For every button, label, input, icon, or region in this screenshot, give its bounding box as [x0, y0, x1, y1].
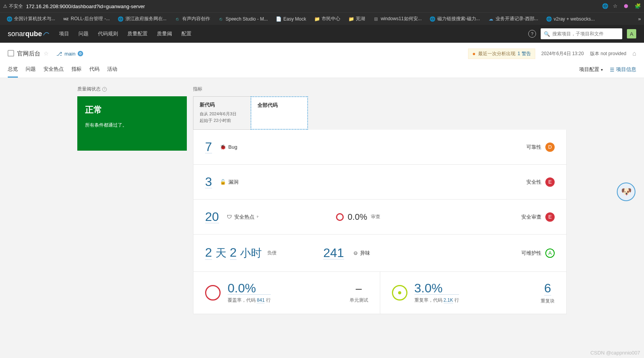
chevron-down-icon: ▾: [601, 68, 603, 72]
post-text: 行: [266, 297, 271, 303]
project-info-link[interactable]: ☰ 项目信息: [610, 66, 636, 73]
rating-badge[interactable]: D: [545, 143, 555, 152]
hotspots-count[interactable]: 20: [205, 210, 219, 223]
bugs-count[interactable]: 7: [205, 141, 212, 153]
nav-projects[interactable]: 项目: [54, 25, 74, 43]
tab-new-code[interactable]: 新代码 自从 2024年6月3日 起始于 22小时前: [193, 96, 251, 130]
project-config-dropdown[interactable]: 项目配置 ▾: [579, 66, 603, 73]
nav-profiles[interactable]: 质量配置: [123, 25, 152, 43]
rating-badge[interactable]: E: [545, 177, 555, 187]
debt-hours-unit: 小时: [240, 247, 262, 259]
main-nav: 项目 问题 代码规则 质量配置 质量阈 配置: [54, 25, 196, 43]
bookmark-item[interactable]: MZROLL-后台管理 -...: [60, 14, 113, 24]
metric-row-debt: 2 天 2 小时 负债 241 ⊝ 异味 可维护性 A: [193, 235, 566, 272]
coverage-lines[interactable]: 841: [257, 297, 265, 303]
pre-text: 重复率，代码: [414, 297, 442, 303]
bookmark-item[interactable]: 📁市民中心: [311, 14, 343, 24]
folder-icon: 📁: [348, 16, 354, 22]
bookmark-item[interactable]: ☁业务开通记录-西部...: [485, 14, 541, 24]
browser-address-bar: ⚠ 不安全 172.16.26.208:9000/dashboard?id=gu…: [0, 0, 644, 12]
review-circle-icon: [336, 213, 344, 221]
nav-gates[interactable]: 质量阈: [152, 25, 177, 43]
star-icon[interactable]: ☆: [613, 3, 619, 9]
project-actions: 项目配置 ▾ ☰ 项目信息: [579, 66, 636, 73]
help-icon[interactable]: ?: [528, 30, 536, 38]
bookmark-label: v2ray + websocks...: [554, 16, 595, 22]
tab-hotspots[interactable]: 安全热点: [44, 62, 64, 78]
metrics-panel: 7 🐞 Bug 可靠性 D 3 🔓 漏洞 安全性: [193, 130, 567, 314]
branch-selector[interactable]: ⎇ main ⚙: [56, 51, 83, 57]
help-icon[interactable]: ?: [257, 215, 258, 219]
reviewed-pct[interactable]: 0.0%: [348, 212, 367, 222]
nav-rules[interactable]: 代码规则: [93, 25, 123, 43]
qg-title-text: 质量阈状态: [77, 86, 101, 92]
sonarqube-logo[interactable]: sonarqube: [8, 30, 50, 38]
favorite-star-icon[interactable]: ☆: [44, 50, 49, 57]
left-column: 质量阈状态 ? 正常 所有条件都通过了。: [77, 86, 187, 314]
duplicate-blocks-count[interactable]: 6: [544, 281, 551, 295]
bookmark-item[interactable]: ⎋Speech Studio - M...: [215, 14, 271, 24]
bookmark-label: Speech Studio - M...: [226, 16, 268, 22]
wave-icon: ⎋: [218, 16, 224, 22]
metric-row-vulns: 3 🔓 漏洞 安全性 E: [193, 165, 566, 200]
debt-value[interactable]: 2 天 2 小时: [205, 245, 262, 261]
home-icon[interactable]: ⌂: [632, 50, 636, 57]
puzzle-icon[interactable]: 🧩: [635, 3, 641, 9]
tab-issues[interactable]: 问题: [26, 62, 36, 78]
duplication-pct[interactable]: 3.0%: [414, 282, 459, 295]
header-right: ? 🔍 A: [528, 28, 636, 39]
reliability-rating-group: 可靠性 D: [526, 143, 555, 152]
global-search[interactable]: 🔍: [541, 28, 622, 39]
globe-icon: 🌐: [6, 16, 12, 22]
floating-avatar[interactable]: 🐶: [617, 182, 635, 201]
bookmark-item[interactable]: 🌐磁力链接搜索-磁力...: [426, 14, 483, 24]
bookmark-label: 浙江政府服务网在...: [125, 16, 167, 22]
user-avatar[interactable]: A: [627, 29, 636, 38]
bookmark-item[interactable]: 📁芜湖: [345, 14, 368, 24]
rating-label: 安全审查: [521, 214, 541, 221]
security-rating-group: 安全性 E: [526, 177, 555, 187]
tab-activity[interactable]: 活动: [107, 62, 117, 78]
coverage-pct[interactable]: 0.0%: [228, 282, 271, 295]
bookmark-item[interactable]: 📄Easy Mock: [272, 14, 309, 24]
smells-count[interactable]: 241: [323, 247, 344, 259]
info-label: 项目信息: [616, 66, 636, 73]
tab-label: 新代码: [200, 101, 244, 108]
reviewed-label: 审查: [371, 214, 380, 220]
logo-wave-icon: [43, 30, 50, 38]
duplication-subtext: 重复率，代码 2.1K 行: [414, 297, 459, 304]
bookmark-label: ROLL-后台管理 -...: [71, 16, 110, 22]
tab-all-code[interactable]: 全部代码: [251, 96, 308, 130]
rating-badge[interactable]: A: [545, 249, 555, 258]
vulns-count[interactable]: 3: [205, 176, 212, 188]
warning-link[interactable]: 1 警告: [518, 50, 531, 57]
bookmark-label: windows11如何安...: [381, 16, 421, 22]
tab-code[interactable]: 代码: [89, 62, 99, 78]
bookmark-item[interactable]: ⊞windows11如何安...: [370, 14, 425, 24]
bookmark-item[interactable]: ⎋有声内容创作: [171, 14, 213, 24]
bookmarks-overflow[interactable]: »: [638, 16, 641, 22]
extension-icon[interactable]: ⬢: [624, 3, 630, 9]
project-name[interactable]: 官网后台: [17, 50, 40, 57]
duplication-lines[interactable]: 2.1K: [444, 297, 453, 303]
tab-overview[interactable]: 总览: [8, 62, 18, 78]
rating-badge[interactable]: E: [545, 212, 555, 222]
analysis-warning[interactable]: ● 最近一次分析出现 1 警告: [468, 49, 535, 59]
nav-issues[interactable]: 问题: [74, 25, 93, 43]
bookmark-item[interactable]: 🌐浙江政府服务网在...: [115, 14, 170, 24]
bookmark-item[interactable]: 🌐v2ray + websocks...: [543, 14, 598, 24]
unit-tests-label: 单元测试: [350, 297, 368, 304]
url-text[interactable]: 172.16.26.208:9000/dashboard?id=guanwang…: [26, 3, 599, 9]
unit-tests-group: – 单元测试: [350, 282, 368, 304]
debt-days-unit: 天: [216, 247, 226, 259]
nav-admin[interactable]: 配置: [177, 25, 196, 43]
tab-measures[interactable]: 指标: [71, 62, 82, 78]
insecure-badge: ⚠ 不安全: [3, 3, 23, 10]
search-input[interactable]: [552, 31, 619, 36]
translate-icon[interactable]: 🌐: [602, 3, 608, 9]
project-header: 官网后台 ☆ ⎇ main ⚙ ● 最近一次分析出现 1 警告 2024年6月4…: [0, 43, 644, 78]
branch-gear-icon[interactable]: ⚙: [78, 51, 83, 56]
logo-part-b: qube: [25, 30, 42, 38]
bookmark-item[interactable]: 🌐全国计算机技术与...: [3, 14, 58, 24]
help-icon[interactable]: ?: [102, 87, 107, 92]
